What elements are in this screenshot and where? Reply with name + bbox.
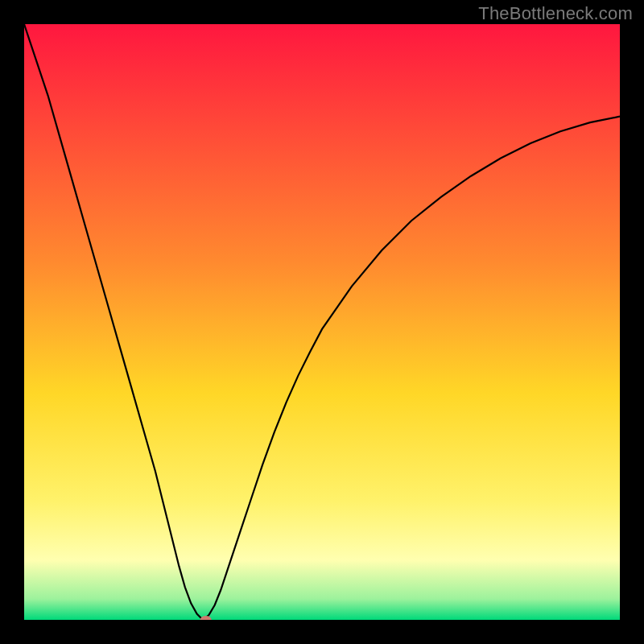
watermark-text: TheBottleneck.com xyxy=(478,3,633,24)
chart-svg xyxy=(24,24,620,620)
bottleneck-chart xyxy=(24,24,620,620)
